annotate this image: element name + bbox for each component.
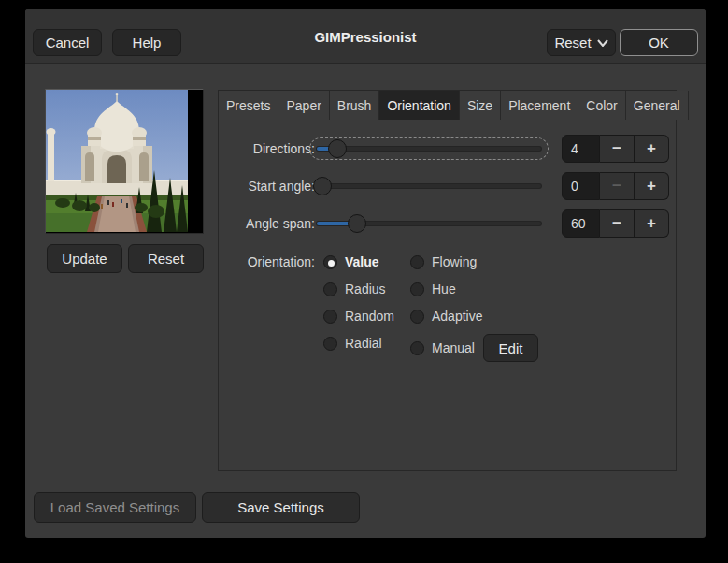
update-button-label: Update <box>62 251 107 267</box>
radio-value-label: Value <box>345 254 379 269</box>
tab-placement-label: Placement <box>508 98 570 113</box>
radio-hue[interactable]: Hue <box>410 282 456 296</box>
edit-manual-orientation-button[interactable]: Edit <box>483 334 538 362</box>
radio-hue-label: Hue <box>432 282 456 296</box>
tab-paper-label: Paper <box>286 98 321 113</box>
directions-slider-track[interactable] <box>317 147 541 151</box>
radio-radius-label: Radius <box>345 282 386 296</box>
angle-span-minus-button[interactable]: − <box>600 209 635 238</box>
tab-color[interactable]: Color <box>578 91 625 120</box>
radio-value-indicator[interactable] <box>323 255 337 269</box>
start-angle-spinbutton: 0 − + <box>562 172 669 200</box>
tab-presets-label: Presets <box>226 98 270 113</box>
radio-adaptive-label: Adaptive <box>432 309 482 324</box>
load-saved-settings-label: Load Saved Settings <box>50 499 179 515</box>
minus-icon: − <box>612 139 621 158</box>
save-settings-label: Save Settings <box>237 499 324 515</box>
ok-button-label: OK <box>649 35 669 51</box>
tab-general-label: General <box>634 98 680 113</box>
preview-frame <box>45 89 204 234</box>
start-angle-label: Start angle: <box>226 172 315 200</box>
radio-radial[interactable]: Radial <box>323 336 382 351</box>
start-angle-slider-track[interactable] <box>317 184 541 188</box>
start-angle-minus-button: − <box>600 172 635 200</box>
radio-radial-label: Radial <box>345 336 382 351</box>
directions-label: Directions: <box>226 135 315 163</box>
reset-dropdown-label: Reset <box>554 35 591 51</box>
radio-random-indicator[interactable] <box>323 310 337 324</box>
taj-mahal-preview-image <box>46 90 188 232</box>
angle-span-value-input[interactable]: 60 <box>562 209 600 238</box>
start-angle-value-input[interactable]: 0 <box>562 172 600 200</box>
orientation-tab-panel: Directions: 4 − + Start angle: <box>219 120 676 470</box>
reset-dropdown-button[interactable]: Reset <box>547 29 616 56</box>
tab-orientation-label: Orientation <box>387 98 450 113</box>
angle-span-slider[interactable] <box>315 214 543 233</box>
reset-preview-button-label: Reset <box>148 251 184 267</box>
start-angle-slider-knob[interactable] <box>313 177 332 195</box>
settings-notebook: Presets Paper Brush Orientation Size Pla… <box>218 90 677 471</box>
directions-minus-button[interactable]: − <box>600 135 635 163</box>
tab-placement[interactable]: Placement <box>501 91 578 120</box>
plus-icon: + <box>647 214 656 233</box>
tab-size[interactable]: Size <box>460 91 501 120</box>
radio-random[interactable]: Random <box>323 309 394 324</box>
chevron-down-icon <box>597 39 608 47</box>
start-angle-plus-button[interactable]: + <box>635 172 669 200</box>
ok-button[interactable]: OK <box>620 29 698 56</box>
minus-icon: − <box>612 214 621 233</box>
load-saved-settings-button: Load Saved Settings <box>34 492 196 523</box>
save-settings-button[interactable]: Save Settings <box>202 492 360 523</box>
angle-span-spinbutton: 60 − + <box>562 209 669 238</box>
orientation-label: Orientation: <box>226 248 315 276</box>
tab-brush[interactable]: Brush <box>330 91 380 120</box>
directions-slider-knob[interactable] <box>328 139 347 158</box>
minus-icon: − <box>612 177 621 195</box>
tab-bar: Presets Paper Brush Orientation Size Pla… <box>219 91 676 120</box>
cancel-button[interactable]: Cancel <box>33 29 102 56</box>
plus-icon: + <box>647 139 656 158</box>
radio-manual[interactable]: Manual <box>410 340 475 355</box>
edit-button-label: Edit <box>499 340 523 356</box>
radio-random-label: Random <box>345 309 394 324</box>
tab-orientation[interactable]: Orientation <box>379 91 459 120</box>
directions-spinbutton: 4 − + <box>562 135 669 163</box>
tab-brush-label: Brush <box>337 98 372 113</box>
radio-flowing-indicator[interactable] <box>410 255 424 269</box>
radio-manual-indicator[interactable] <box>410 341 424 355</box>
radio-manual-label: Manual <box>432 340 475 355</box>
angle-span-plus-button[interactable]: + <box>635 209 669 238</box>
tab-paper[interactable]: Paper <box>278 91 329 120</box>
reset-preview-button[interactable]: Reset <box>128 244 204 273</box>
radio-radius-indicator[interactable] <box>323 282 337 296</box>
help-button[interactable]: Help <box>112 29 181 56</box>
start-angle-slider[interactable] <box>315 177 543 195</box>
plus-icon: + <box>647 177 656 195</box>
tab-presets[interactable]: Presets <box>219 91 278 120</box>
update-preview-button[interactable]: Update <box>47 244 122 273</box>
screen: GIMPressionist Cancel Help Reset OK <box>0 0 728 563</box>
radio-value[interactable]: Value <box>323 254 379 269</box>
tab-color-label: Color <box>586 98 617 113</box>
dialog-titlebar: GIMPressionist Cancel Help Reset OK <box>25 9 706 64</box>
directions-value-input[interactable]: 4 <box>562 135 600 163</box>
radio-adaptive-indicator[interactable] <box>410 310 424 324</box>
directions-slider[interactable] <box>315 139 543 158</box>
angle-span-slider-knob[interactable] <box>348 214 366 233</box>
gimpressionist-dialog: GIMPressionist Cancel Help Reset OK <box>25 9 706 538</box>
radio-flowing[interactable]: Flowing <box>410 254 477 269</box>
help-button-label: Help <box>133 35 162 51</box>
radio-flowing-label: Flowing <box>432 254 477 269</box>
cancel-button-label: Cancel <box>46 35 90 51</box>
tab-general[interactable]: General <box>626 91 689 120</box>
radio-radial-indicator[interactable] <box>323 337 337 351</box>
radio-adaptive[interactable]: Adaptive <box>410 309 482 324</box>
tab-size-label: Size <box>467 98 492 113</box>
radio-radius[interactable]: Radius <box>323 282 386 296</box>
directions-plus-button[interactable]: + <box>635 135 669 163</box>
angle-span-label: Angle span: <box>226 209 315 238</box>
radio-hue-indicator[interactable] <box>410 282 424 296</box>
